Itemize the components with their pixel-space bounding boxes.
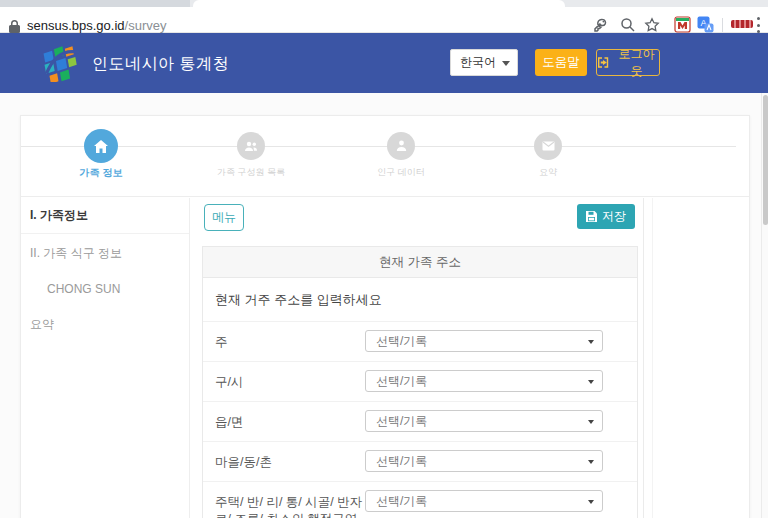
form-row-subdistrict: 읍/면 선택/기록	[203, 401, 637, 441]
user-icon	[396, 140, 407, 152]
chevron-down-icon	[588, 500, 594, 504]
form-row-village: 마을/동/촌 선택/기록	[203, 441, 637, 481]
extension-red-icon[interactable]	[674, 16, 690, 32]
language-selected-value: 한국어	[460, 54, 496, 71]
logout-button[interactable]: 로그아웃	[596, 49, 660, 76]
chevron-down-icon	[502, 61, 510, 66]
url-host: sensus.bps.go.id	[27, 18, 125, 33]
province-select-value: 선택/기록	[376, 333, 427, 350]
step-label-family-members[interactable]: 가족 구성원 목록	[217, 166, 285, 179]
sidebar-item-summary[interactable]: 요약	[21, 307, 189, 342]
menu-button[interactable]: 메뉴	[204, 204, 244, 231]
sidebar-item-family-info[interactable]: I. 가족정보	[21, 198, 189, 234]
toolbar-separator	[722, 18, 723, 32]
field-label-subdistrict: 읍/면	[215, 410, 363, 435]
extension-wordmark-icon[interactable]	[731, 20, 753, 28]
url-path: /survey	[125, 18, 167, 33]
address-panel: 현재 가족 주소 현재 거주 주소를 입력하세요 주 선택/기록 구/시 선택/…	[202, 246, 638, 518]
district-city-select-value: 선택/기록	[376, 373, 427, 390]
main-content-edge-shadow	[652, 198, 653, 518]
step-population-data[interactable]	[387, 132, 415, 160]
browser-tab-strip	[0, 0, 768, 7]
translate-icon[interactable]: A	[697, 16, 713, 32]
village-select-value: 선택/기록	[376, 453, 427, 470]
screen: sensus.bps.go.id/survey A	[0, 0, 768, 518]
sidebar-item-chong-sun[interactable]: CHONG SUN	[21, 273, 189, 305]
step-label-family-info[interactable]: 가족 정보	[80, 166, 123, 180]
bps-logo	[42, 44, 84, 82]
page-scrollbar-thumb[interactable]	[763, 95, 768, 225]
stepper-connector	[21, 146, 736, 147]
lock-icon	[9, 20, 20, 33]
logout-icon	[597, 57, 609, 68]
help-button-label: 도움말	[542, 54, 580, 71]
browser-tab-inactive[interactable]	[0, 0, 190, 7]
app-title: 인도네시아 통계청	[92, 54, 229, 75]
save-icon	[586, 211, 597, 222]
sidebar: I. 가족정보 II. 가족 식구 정보 CHONG SUN 요약	[21, 198, 190, 518]
app-header: 인도네시아 통계청 한국어 도움말 로그아웃	[0, 33, 768, 93]
browser-toolbar: sensus.bps.go.id/survey A	[0, 7, 768, 33]
save-button-label: 저장	[602, 208, 626, 225]
chevron-down-icon	[588, 340, 594, 344]
step-label-population-data[interactable]: 인구 데이터	[377, 166, 425, 179]
field-label-village: 마을/동/촌	[215, 450, 363, 475]
panel-title: 현재 가족 주소	[203, 247, 637, 278]
content-card: 가족 정보 가족 구성원 목록 인구 데이터 요약 I.	[20, 115, 750, 518]
field-label-smallest-admin-unit: 주택/ 반/ 리/ 통/ 시골/ 반자르/ 조롱/ 최소의 행정구역(여기에서	[215, 490, 363, 518]
chevron-down-icon	[588, 420, 594, 424]
subdistrict-select-value: 선택/기록	[376, 413, 427, 430]
menu-button-label: 메뉴	[212, 209, 236, 226]
step-family-members[interactable]	[237, 132, 265, 160]
subdistrict-select[interactable]: 선택/기록	[365, 410, 603, 432]
form-row-province: 주 선택/기록	[203, 321, 637, 361]
menu-dots-icon[interactable]	[756, 17, 760, 33]
address-instruction: 현재 거주 주소를 입력하세요	[203, 278, 637, 321]
wizard-stepper: 가족 정보 가족 구성원 목록 인구 데이터 요약	[21, 116, 749, 197]
step-summary[interactable]	[534, 132, 562, 160]
step-label-summary[interactable]: 요약	[539, 166, 557, 179]
bookmark-star-icon[interactable]	[644, 17, 660, 33]
help-button[interactable]: 도움말	[535, 49, 587, 76]
district-city-select[interactable]: 선택/기록	[365, 370, 603, 392]
field-label-district-city: 구/시	[215, 370, 363, 395]
page-scrollbar[interactable]	[761, 93, 768, 518]
save-button[interactable]: 저장	[577, 204, 635, 229]
form-row-smallest-admin-unit: 주택/ 반/ 리/ 통/ 시골/ 반자르/ 조롱/ 최소의 행정구역(여기에서 …	[203, 481, 637, 518]
chevron-down-icon	[588, 380, 594, 384]
browser-tab-active[interactable]	[193, 0, 565, 7]
field-label-province: 주	[215, 330, 363, 355]
smallest-admin-unit-select-value: 선택/기록	[376, 493, 427, 510]
sidebar-item-family-household[interactable]: II. 가족 식구 정보	[21, 236, 189, 271]
users-icon	[244, 141, 258, 152]
form-row-district-city: 구/시 선택/기록	[203, 361, 637, 401]
village-select[interactable]: 선택/기록	[365, 450, 603, 472]
url-bar[interactable]: sensus.bps.go.id/survey	[27, 18, 166, 33]
province-select[interactable]: 선택/기록	[365, 330, 603, 352]
smallest-admin-unit-select[interactable]: 선택/기록	[365, 490, 603, 512]
key-icon[interactable]	[592, 17, 608, 33]
home-icon	[93, 139, 109, 154]
zoom-icon[interactable]	[620, 17, 636, 33]
envelope-icon	[542, 141, 555, 151]
chevron-down-icon	[588, 460, 594, 464]
step-family-info[interactable]	[84, 129, 118, 163]
main-content: 메뉴 저장 현재 가족 주소 현재 거주 주소를 입력하세요 주 선택/기록	[191, 198, 644, 518]
logout-button-label: 로그아웃	[614, 46, 659, 80]
language-select[interactable]: 한국어	[450, 49, 518, 76]
